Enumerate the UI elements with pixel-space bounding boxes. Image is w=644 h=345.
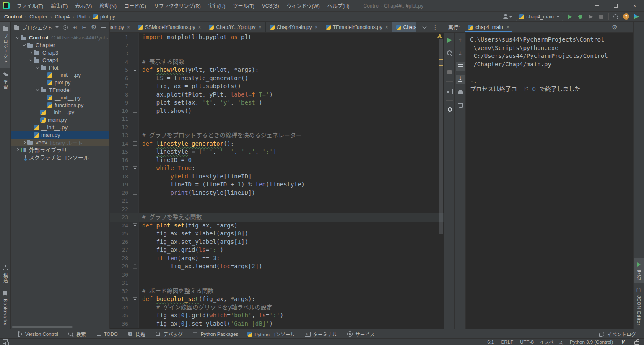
line-number[interactable]: 4 (110, 58, 132, 66)
code-line[interactable]: 35 fig_ax[0].grid(which='both', ls=':') (110, 311, 444, 320)
breadcrumb-item[interactable]: Plot (77, 14, 86, 20)
fold-gutter[interactable] (132, 82, 139, 91)
menu-item[interactable]: ウィンドウ(W) (283, 0, 324, 12)
line-number[interactable]: 13 (110, 131, 132, 140)
maximize-button[interactable] (606, 0, 625, 12)
tree-item[interactable]: __init__.py (11, 124, 109, 131)
fold-collapse-icon[interactable] (133, 166, 137, 170)
fold-gutter[interactable] (132, 115, 139, 123)
line-number[interactable]: 16 (110, 156, 132, 165)
line-number[interactable]: 12 (110, 123, 132, 132)
status-widget[interactable]: UTF-8 (520, 340, 534, 345)
soft-wrap-button[interactable] (456, 62, 465, 71)
fold-gutter[interactable] (132, 156, 139, 165)
code-line[interactable]: 16 lineID = 0 (110, 156, 444, 165)
hidden-tabs-icon[interactable] (421, 24, 428, 31)
code-line[interactable]: 36 fig_ax[0].set_ylabel('Gain [dB]') (110, 320, 444, 328)
fold-gutter[interactable] (132, 279, 139, 287)
fold-gutter[interactable] (132, 172, 139, 181)
line-number[interactable]: 20 (110, 189, 132, 197)
code-line[interactable]: 24def plot_set(fig_ax, *args): (110, 222, 444, 230)
project-panel-title[interactable]: プロジェクト (22, 24, 52, 31)
fold-collapse-icon[interactable] (133, 68, 137, 72)
line-number[interactable]: 19 (110, 180, 132, 189)
editor-tab[interactable]: TFmodel¥functions.py× (322, 22, 392, 32)
fold-gutter[interactable] (132, 254, 139, 263)
chevron-down-icon[interactable] (55, 26, 59, 28)
tool-window-button[interactable]: ターミナル (301, 329, 341, 338)
tool-window-button[interactable]: Version Control (13, 329, 62, 338)
inspections-warning-icon[interactable] (437, 34, 442, 38)
fold-gutter[interactable] (132, 222, 139, 230)
coverage-icon[interactable] (587, 13, 594, 20)
tree-item[interactable]: 外部ライブラリ (11, 146, 109, 154)
code-line[interactable]: 33def bodeplot_set(fig_ax, *args): (110, 295, 444, 303)
fold-end-icon[interactable] (133, 264, 137, 269)
tree-item[interactable]: main.py (11, 131, 109, 139)
stripe-button-プロジェクト[interactable]: プロジェクト (0, 22, 10, 68)
close-button[interactable]: × (625, 0, 644, 12)
restore-layout-button[interactable] (445, 86, 454, 96)
menu-item[interactable]: 編集(E) (47, 0, 71, 12)
fold-gutter[interactable] (132, 197, 139, 205)
stripe-button-JSON Editor[interactable]: JSON Editor (634, 283, 644, 329)
code-line[interactable]: 18 yield linestyle[lineID] (110, 172, 444, 181)
code-line[interactable]: 27 fig_ax.grid(ls=':') (110, 246, 444, 254)
close-icon[interactable]: × (315, 24, 318, 30)
run-console[interactable]: C:\Users\sus44\PycharmProjects\Control \… (466, 33, 633, 329)
fold-gutter[interactable] (132, 74, 139, 83)
line-number[interactable]: 6 (110, 74, 132, 83)
editor-tab[interactable]: main.py× (110, 22, 134, 32)
editor-tab[interactable]: SSModel¥functions.py× (134, 22, 205, 32)
menu-item[interactable]: 表示(V) (71, 0, 96, 12)
line-number[interactable]: 18 (110, 172, 132, 181)
horizontal-scrollbar[interactable] (12, 326, 73, 328)
code-line[interactable]: 6 LS = linestyle_generator() (110, 74, 444, 83)
fold-gutter[interactable] (132, 189, 139, 197)
stripe-button-構造[interactable]: 構造 (0, 261, 10, 287)
tree-item[interactable]: TFmodel (11, 86, 109, 94)
code-line[interactable]: 22 (110, 205, 444, 214)
fold-gutter[interactable] (132, 205, 139, 214)
fold-gutter[interactable] (132, 246, 139, 254)
fold-gutter[interactable] (132, 123, 139, 132)
line-number[interactable]: 30 (110, 271, 132, 279)
code-line[interactable]: 28 if len(args) == 3: (110, 254, 444, 263)
tool-window-switcher-icon[interactable] (3, 339, 9, 345)
fold-gutter[interactable] (132, 262, 139, 271)
vim-icon[interactable] (620, 339, 626, 345)
line-number[interactable]: 35 (110, 311, 132, 320)
fold-gutter[interactable] (132, 230, 139, 238)
run-tab[interactable]: chap4_main × (465, 22, 512, 32)
tree-item[interactable]: __init__.py (11, 94, 109, 101)
fold-gutter[interactable] (132, 320, 139, 328)
editor-tab[interactable]: Chap4¥main.py× (266, 22, 322, 32)
debug-icon[interactable] (577, 13, 584, 20)
menu-item[interactable]: VCS(S) (258, 0, 283, 12)
line-number[interactable]: 26 (110, 238, 132, 246)
code-line[interactable]: 30 (110, 271, 444, 279)
minimize-button[interactable] (587, 0, 606, 12)
run-icon[interactable] (566, 13, 573, 20)
line-number[interactable]: 22 (110, 205, 132, 214)
breadcrumb-item[interactable]: Chapter (29, 14, 47, 20)
menu-item[interactable]: ヘルプ(H) (324, 0, 353, 12)
run-config-select[interactable]: chap4_main (516, 13, 563, 21)
stripe-button-学習[interactable]: 学習 (0, 68, 10, 93)
fold-gutter[interactable] (132, 295, 139, 303)
fold-gutter[interactable] (132, 303, 139, 312)
line-number[interactable]: 21 (110, 197, 132, 205)
fold-gutter[interactable] (132, 66, 139, 74)
code-line[interactable]: 7 fig, ax = plt.subplots() (110, 82, 444, 91)
warning-stripe-mark[interactable] (439, 65, 443, 66)
line-number[interactable]: 8 (110, 91, 132, 99)
line-number[interactable]: 36 (110, 320, 132, 328)
search-everywhere-icon[interactable] (613, 13, 619, 20)
tool-window-button[interactable]: 検索 (64, 329, 90, 338)
fold-gutter[interactable] (132, 131, 139, 140)
fold-end-icon[interactable] (133, 109, 137, 113)
code-line[interactable]: 31 (110, 279, 444, 287)
scroll-end-button[interactable] (456, 75, 465, 84)
line-number[interactable]: 31 (110, 279, 132, 287)
code-line[interactable]: 9 plot_set(ax, 't', 'y', 'best') (110, 99, 444, 107)
